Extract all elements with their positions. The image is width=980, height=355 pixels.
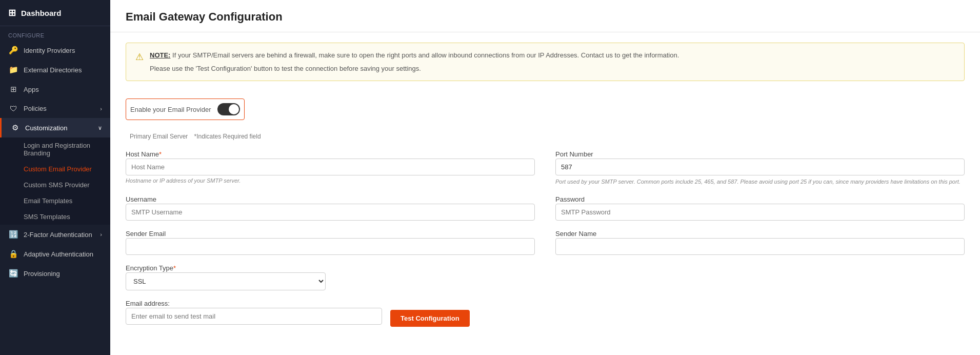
content-area: ⚠ NOTE: If your SMTP/Email servers are b… (110, 32, 980, 355)
2fa-chevron-icon: › (100, 231, 102, 238)
primary-email-server-section-title: Primary Email Server *Indicates Required… (126, 131, 965, 140)
username-group: Username (126, 194, 535, 221)
test-email-input[interactable] (126, 308, 382, 325)
sidebar-item-provisioning[interactable]: 🔄 Provisioning (0, 264, 110, 283)
note-label: NOTE: (150, 51, 170, 59)
encryption-type-group: Encryption Type* SSL TLS NONE (126, 263, 326, 290)
sidebar-sub-item-login-branding[interactable]: Login and Registration Branding (0, 137, 110, 161)
password-label: Password (555, 195, 585, 203)
host-name-hint: Hostname or IP address of your SMTP serv… (126, 177, 535, 184)
provisioning-icon: 🔄 (8, 269, 18, 278)
app-icon: ⊞ (8, 7, 16, 18)
sender-email-input[interactable] (126, 238, 535, 255)
apps-icon: ⊞ (8, 85, 18, 94)
port-number-hint: Port used by your SMTP server. Common po… (555, 177, 965, 186)
sidebar-item-2fa[interactable]: 🔢 2-Factor Authentication › (0, 225, 110, 244)
field-row-encryption: Encryption Type* SSL TLS NONE (126, 263, 965, 290)
sender-name-input[interactable] (555, 238, 965, 255)
sender-name-group: Sender Name (555, 229, 965, 255)
notice-box: ⚠ NOTE: If your SMTP/Email servers are b… (126, 43, 965, 81)
2fa-icon: 🔢 (8, 230, 18, 239)
password-input[interactable] (555, 204, 965, 221)
sidebar-item-label: Policies (24, 105, 47, 112)
field-row-sender: Sender Email Sender Name (126, 229, 965, 255)
sidebar-item-external-directories[interactable]: 📁 External Directories (0, 60, 110, 80)
notice-text-line1: NOTE: If your SMTP/Email servers are beh… (150, 50, 679, 61)
host-name-input[interactable] (126, 159, 535, 175)
field-row-username-password: Username Password (126, 194, 965, 221)
sidebar-item-adaptive-auth[interactable]: 🔒 Adaptive Authentication (0, 244, 110, 264)
test-configuration-button[interactable]: Test Configuration (390, 310, 470, 327)
notice-content: NOTE: If your SMTP/Email servers are beh… (150, 50, 679, 73)
sidebar-item-label: Adaptive Authentication (24, 250, 93, 258)
encryption-type-select[interactable]: SSL TLS NONE (126, 272, 326, 290)
notice-text-line2: Please use the 'Test Configuration' butt… (150, 64, 679, 74)
identity-providers-icon: 🔑 (8, 46, 18, 55)
customization-icon: ⚙ (10, 123, 20, 132)
sidebar-app-header[interactable]: ⊞ Dashboard (0, 0, 110, 26)
sidebar-section-configure: Configure (0, 26, 110, 41)
sidebar-sub-item-custom-sms-provider[interactable]: Custom SMS Provider (0, 177, 110, 193)
enable-provider-section: Enable your Email Provider (126, 93, 965, 120)
sidebar-item-policies[interactable]: 🛡 Policies › (0, 99, 110, 118)
sms-templates-label: SMS Templates (24, 213, 70, 221)
section-title-text: Primary Email Server (130, 133, 188, 140)
external-directories-icon: 📁 (8, 65, 18, 74)
sidebar-item-label: Apps (24, 86, 39, 93)
sidebar-sub-item-email-templates[interactable]: Email Templates (0, 193, 110, 209)
port-number-input[interactable] (555, 159, 965, 175)
page-header: Email Gateway Configuration (110, 0, 980, 32)
port-number-group: Port Number Port used by your SMTP serve… (555, 149, 965, 186)
sender-email-group: Sender Email (126, 229, 535, 255)
login-branding-label: Login and Registration Branding (24, 142, 102, 157)
sidebar-item-label: 2-Factor Authentication (24, 231, 92, 239)
password-group: Password (555, 194, 965, 221)
encryption-type-label: Encryption Type* (126, 264, 176, 272)
sidebar-item-label: Customization (25, 124, 67, 132)
sidebar-item-label: Provisioning (24, 270, 60, 278)
sidebar-item-label: Identity Providers (24, 47, 75, 54)
sender-name-label: Sender Name (555, 230, 596, 238)
sidebar-item-customization[interactable]: ⚙ Customization ∨ (0, 118, 110, 137)
main-content: Email Gateway Configuration ⚠ NOTE: If y… (110, 0, 980, 355)
test-email-label: Email address: (126, 300, 170, 307)
toggle-knob (229, 104, 239, 114)
sidebar-sub-item-sms-templates[interactable]: SMS Templates (0, 209, 110, 225)
policies-chevron-icon: › (100, 106, 102, 112)
app-name: Dashboard (21, 9, 61, 17)
test-email-group: Email address: (126, 299, 382, 325)
username-label: Username (126, 195, 156, 203)
policies-icon: 🛡 (8, 104, 18, 113)
adaptive-auth-icon: 🔒 (8, 249, 18, 259)
sender-email-label: Sender Email (126, 230, 166, 238)
page-title: Email Gateway Configuration (126, 10, 965, 24)
required-note: *Indicates Required field (194, 133, 261, 140)
port-number-label: Port Number (555, 150, 593, 158)
toggle-label: Enable your Email Provider (130, 106, 211, 113)
sidebar-item-label: External Directories (24, 66, 82, 74)
field-row-host-port: Host Name* Hostname or IP address of you… (126, 149, 965, 186)
notice-text-part1: If your SMTP/Email servers are behind a … (170, 51, 679, 59)
sidebar: ⊞ Dashboard Configure 🔑 Identity Provide… (0, 0, 110, 355)
sidebar-item-apps[interactable]: ⊞ Apps (0, 80, 110, 99)
sidebar-sub-item-custom-email-provider[interactable]: Custom Email Provider (0, 161, 110, 177)
host-name-label: Host Name* (126, 150, 162, 158)
toggle-row[interactable]: Enable your Email Provider (126, 98, 245, 120)
customization-submenu: Login and Registration Branding Custom E… (0, 137, 110, 225)
customization-chevron-icon: ∨ (98, 125, 102, 131)
custom-email-provider-label: Custom Email Provider (24, 165, 92, 173)
custom-sms-provider-label: Custom SMS Provider (24, 181, 90, 189)
email-templates-label: Email Templates (24, 197, 72, 205)
enable-email-provider-toggle[interactable] (217, 103, 240, 115)
host-name-group: Host Name* Hostname or IP address of you… (126, 149, 535, 184)
test-config-row: Email address: Test Configuration (126, 299, 965, 327)
warning-icon: ⚠ (135, 51, 144, 63)
username-input[interactable] (126, 204, 535, 221)
test-button-wrapper: Test Configuration (390, 299, 470, 327)
sidebar-item-identity-providers[interactable]: 🔑 Identity Providers (0, 41, 110, 60)
